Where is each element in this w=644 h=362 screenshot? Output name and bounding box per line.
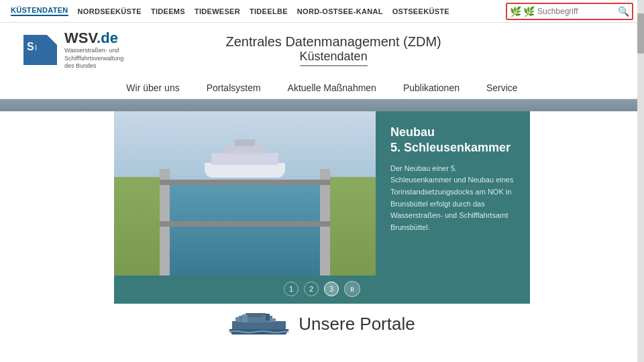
nav-aktuelle-massnahmen[interactable]: Aktuelle Maßnahmen bbox=[288, 82, 376, 93]
pause-icon: ⏸ bbox=[349, 286, 356, 293]
nav-link-nordsee[interactable]: NORDSEEKÜSTE bbox=[78, 7, 142, 15]
search-icon: 🔍 bbox=[618, 6, 629, 17]
carousel-controls: 1 2 3 ⏸ bbox=[114, 276, 530, 304]
carousel-dot-2[interactable]: 2 bbox=[304, 282, 319, 296]
logo-subtext: Wasserstraßen- und Schifffahrtsverwaltun… bbox=[64, 47, 123, 70]
portale-title: Unsere Portale bbox=[299, 314, 415, 335]
leaf-icon-2: 🌿 bbox=[523, 6, 535, 17]
portale-section: Unsere Portale bbox=[0, 304, 644, 340]
ship-icon-svg bbox=[229, 313, 289, 335]
search-box: 🌿 🌿 🔍 bbox=[506, 3, 633, 20]
search-button[interactable]: 🔍 bbox=[618, 6, 629, 17]
wsv-label: WSV.de bbox=[64, 29, 123, 47]
svg-rect-6 bbox=[235, 317, 241, 322]
site-title: Zentrales Datenmanagement (ZDM) Küstenda… bbox=[123, 34, 543, 66]
carousel-pause-button[interactable]: ⏸ bbox=[344, 281, 360, 297]
nav-portalsystem[interactable]: Portalsystem bbox=[207, 82, 261, 93]
nav-link-ostseekueste[interactable]: OSTSEEKÜSTE bbox=[392, 7, 449, 15]
svg-rect-7 bbox=[242, 314, 248, 322]
nav-link-tideelbe[interactable]: TIDEELBE bbox=[250, 7, 288, 15]
main-nav: Wir über uns Portalsystem Aktuelle Maßna… bbox=[0, 76, 644, 99]
top-nav-links: KÜSTENDATEN NORDSEEKÜSTE TIDEEMS TIDEWES… bbox=[11, 6, 449, 16]
hero-description: Der Neubau einer 5. Schleusenkammer und … bbox=[390, 163, 515, 234]
main-title: Zentrales Datenmanagement (ZDM) bbox=[123, 34, 543, 50]
nav-service[interactable]: Service bbox=[486, 82, 518, 93]
carousel-dot-1[interactable]: 1 bbox=[284, 282, 299, 296]
nav-wir-ueber-uns[interactable]: Wir über uns bbox=[126, 82, 179, 93]
hero-title: Neubau 5. Schleusenkammer bbox=[390, 125, 515, 156]
svg-text:S: S bbox=[27, 41, 34, 52]
sub-title: Küstendaten bbox=[300, 50, 368, 66]
gray-banner bbox=[0, 99, 644, 111]
svg-text:I: I bbox=[35, 44, 37, 52]
search-input[interactable] bbox=[537, 7, 618, 16]
scrollbar[interactable] bbox=[637, 0, 644, 362]
search-icons: 🌿 🌿 bbox=[510, 6, 535, 17]
main-header: S I WSV.de Wasserstraßen- und Schifffahr… bbox=[0, 23, 644, 76]
wsv-de: .de bbox=[97, 29, 118, 46]
nav-link-tideweser[interactable]: TIDEWESER bbox=[195, 7, 240, 15]
leaf-icon-1: 🌿 bbox=[510, 6, 521, 17]
svg-rect-9 bbox=[270, 318, 276, 322]
carousel-dot-3[interactable]: 3 bbox=[324, 282, 339, 296]
nav-link-tideems[interactable]: TIDEEMS bbox=[151, 7, 185, 15]
hero-image bbox=[114, 111, 376, 276]
top-nav-bar: KÜSTENDATEN NORDSEEKÜSTE TIDEEMS TIDEWES… bbox=[0, 0, 644, 23]
nav-link-kuestendaten[interactable]: KÜSTENDATEN bbox=[11, 6, 68, 16]
scrollbar-thumb[interactable] bbox=[637, 13, 644, 54]
logo-shape: S I bbox=[20, 32, 60, 68]
nav-link-nok[interactable]: NORD-OSTSEE-KANAL bbox=[297, 7, 383, 15]
logo-text: WSV.de Wasserstraßen- und Schifffahrtsve… bbox=[64, 29, 123, 70]
hero-text-panel: Neubau 5. Schleusenkammer Der Neubau ein… bbox=[376, 111, 530, 276]
svg-rect-10 bbox=[266, 314, 270, 320]
hero-section: Neubau 5. Schleusenkammer Der Neubau ein… bbox=[114, 111, 530, 276]
logo-area: S I WSV.de Wasserstraßen- und Schifffahr… bbox=[20, 29, 123, 70]
portale-ship-icon bbox=[229, 313, 289, 335]
nav-publikationen[interactable]: Publikationen bbox=[403, 82, 460, 93]
